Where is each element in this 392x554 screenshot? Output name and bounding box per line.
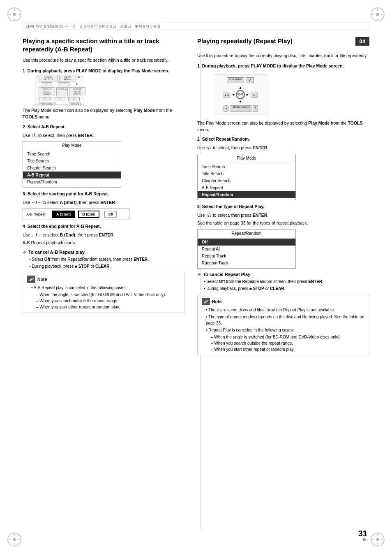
right-step3-header: 3 Select the type of Repeat Play. [197, 204, 369, 210]
left-cancel-item-2: • During playback, press ■ STOP or CLEAR… [29, 263, 185, 269]
ab-off-btn: Off [104, 211, 117, 218]
repeat-menu-title: Repeat/Random [198, 231, 295, 237]
right-play-mode-menu: Play Mode Time Search Title Search Chapt… [197, 154, 296, 200]
left-menu-item-time-search: Time Search [23, 151, 121, 158]
left-note-sub-1: – When the angle is switched (for BD-ROM… [36, 292, 180, 298]
right-note-sub-3: – When you start other repeat or random … [211, 346, 365, 352]
corner-decoration-br [369, 531, 386, 548]
main-content: Playing a specific section within a titl… [23, 37, 369, 529]
right-section-title: Playing repeatedly (Repeat Play) [197, 37, 355, 45]
left-step1-header: 1 During playback, press PLAY MODE to di… [23, 68, 185, 74]
right-cancel-item-2: • During playback, press ■ STOP or CLEAR… [204, 285, 369, 292]
left-step3-header: 3 Select the starting point for A-B Repe… [23, 191, 185, 197]
left-column: Playing a specific section within a titl… [23, 37, 185, 529]
left-section-title: Playing a specific section within a titl… [23, 37, 185, 53]
right-note-sub-2: – When you search outside the repeat ran… [211, 340, 365, 346]
right-note-header: 🖊 Note [202, 298, 365, 305]
left-note-header: 🖊 Note [27, 276, 180, 283]
left-play-mode-menu: Play Mode Time Search Title Search Chapt… [23, 141, 121, 188]
left-step4-body: Use ←/→ to select B (End), then press EN… [23, 232, 185, 239]
corner-decoration-tl [6, 6, 23, 23]
ab-b-end-btn: B (End) [78, 211, 99, 218]
right-menu-item-chapter-search: Chapter Search [198, 177, 295, 184]
left-menu-item-repeat-random: Repeat/Random [23, 178, 121, 185]
left-step4-header: 4 Select the end point for A-B Repeat. [23, 223, 185, 229]
repeat-menu-item-random: Random Track [198, 260, 295, 267]
right-note-box: 🖊 Note • There are some discs and files … [197, 295, 369, 355]
left-note-title: Note [37, 277, 47, 282]
svg-point-19 [376, 538, 379, 541]
left-note-sub-3: – When you start other repeat or random … [36, 304, 180, 310]
right-note-title: Note [212, 299, 221, 304]
right-menu-item-repeat-random: Repeat/Random [198, 191, 295, 198]
left-step4-note: A-B Repeat playback starts. [23, 240, 185, 246]
repeat-menu-item-off: Off [198, 239, 295, 246]
left-menu-item-ab-repeat: A-B Repeat [23, 172, 121, 178]
left-step3-body: Use ←/→ to select A (Start), then press … [23, 199, 185, 206]
left-note-sub-2: – When you search outside the repeat ran… [36, 298, 180, 304]
left-menu-item-chapter-search: Chapter Search [23, 165, 121, 172]
right-cancel-header: ❖ To cancel Repeat Play [197, 272, 369, 277]
left-cancel-item-1: • Select Off from the Repeat/Random scre… [29, 256, 185, 262]
repeat-menu-item-track: Repeat Track [198, 253, 295, 260]
right-note-sub-1: – When the angle is switched (for BD-ROM… [211, 334, 365, 340]
left-cancel-header: ❖ To cancel A-B Repeat play [23, 250, 185, 255]
right-column: Playing repeatedly (Repeat Play) 04 Use … [197, 37, 369, 529]
top-bar-text: 51F0_WV_EN.book 31 ページ ２００８年８月２６日 火曜日 午前… [25, 24, 161, 29]
left-cancel-title: To cancel A-B Repeat play [28, 250, 85, 255]
right-cancel-item-1: • Select Off from the Repeat/Random scre… [204, 278, 369, 285]
right-menu-item-ab-repeat: A-B Repeat [198, 184, 295, 191]
svg-point-1 [13, 13, 16, 16]
left-step1-tools-note: The Play Mode screen can also be display… [23, 107, 185, 121]
right-diamond-icon: ❖ [197, 272, 201, 277]
right-note-item-2: • The type of repeat modes depends on th… [206, 314, 365, 326]
remote-btn-video-select: VIDEO SELECT [39, 75, 58, 81]
chapter-badge: 04 [355, 37, 369, 46]
right-note-icon: 🖊 [202, 298, 210, 305]
left-step2-header: 2 Select A-B Repeat. [23, 124, 185, 130]
left-remote-image: VIDEO SELECT PLAY MODE ▲ □ □ ▼ POPUP MEN… [35, 76, 84, 105]
page-lang: En [358, 538, 367, 542]
top-bar: 51F0_WV_EN.book 31 ページ ２００８年８月２６日 火曜日 午前… [23, 23, 369, 30]
left-step2-body: Use ↑/↓ to select, then press ENTER. [23, 132, 185, 139]
right-section-intro: Use this procedure to play the currently… [197, 53, 369, 59]
repeat-menu-item-all: Repeat All [198, 246, 295, 253]
right-step2-header: 2 Select Repeat/Random. [197, 136, 369, 142]
left-note-item-1: • A-B Repeat play is canceled in the fol… [31, 285, 180, 291]
right-step2-body: Use ↑/↓ to select, then press ENTER. [197, 145, 369, 151]
left-menu-item-title-search: Title Search [23, 158, 121, 165]
note-icon: 🖊 [27, 276, 35, 283]
left-note-box: 🖊 Note • A-B Repeat play is canceled in … [23, 273, 185, 313]
ab-repeat-selector: A-B Repeat A (Start) B (End) Off [23, 209, 129, 220]
page-number: 31 [358, 529, 367, 538]
right-step3-note: See the table on page 33 for the types o… [197, 220, 369, 227]
right-note-item-3: • Repeat Play is canceled in the followi… [206, 327, 365, 333]
ab-repeat-label: A-B Repeat [26, 212, 49, 216]
right-menu-title: Play Mode [198, 156, 295, 162]
svg-point-13 [13, 538, 16, 541]
right-cancel-title: To cancel Repeat Play [203, 272, 250, 277]
right-menu-item-time-search: Time Search [198, 163, 295, 170]
diamond-icon: ❖ [23, 250, 26, 255]
right-note-item-1: • There are some discs and files for whi… [206, 307, 365, 313]
left-section-intro: Use this procedure to play a specific se… [23, 57, 185, 64]
right-remote-image: TOP MENU ✓ ◄◄ ▲ ◄ ENT ► [214, 74, 267, 115]
right-menu-item-title-search: Title Search [198, 170, 295, 177]
corner-decoration-tr [369, 6, 386, 23]
right-step3-body: Use ↑/↓ to select, then press ENTER. [197, 212, 369, 219]
remote-btn-play-mode: PLAY MODE [59, 75, 76, 81]
right-step1-header: 1 During playback, press PLAY MODE to di… [197, 63, 369, 69]
svg-point-7 [376, 13, 379, 16]
left-menu-title: Play Mode [23, 143, 121, 149]
repeat-random-menu: Repeat/Random Off Repeat All Repeat Trac… [197, 229, 296, 269]
ab-a-start-btn: A (Start) [52, 211, 75, 218]
right-step1-tools-note: The Play Mode screen can also be display… [197, 120, 369, 133]
corner-decoration-bl [6, 531, 23, 548]
